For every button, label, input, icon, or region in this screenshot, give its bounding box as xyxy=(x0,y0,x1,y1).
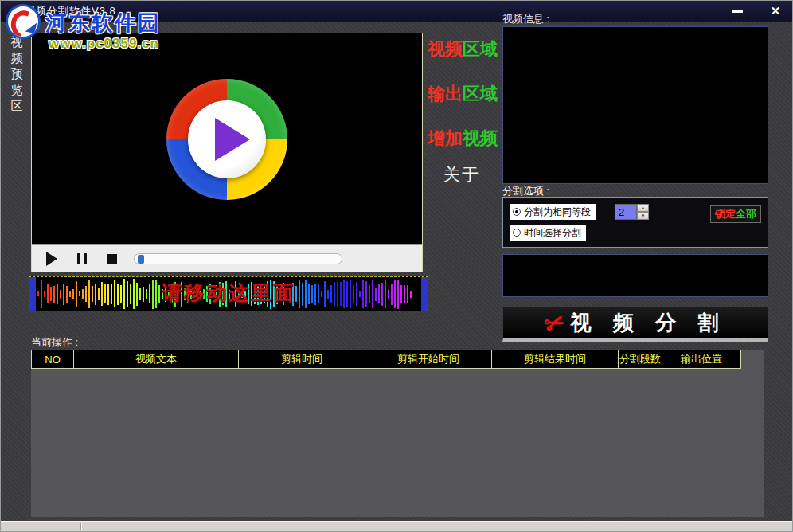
col-header-segments[interactable]: 分割段数 xyxy=(618,350,662,369)
spinner-up-button[interactable]: ▲ xyxy=(637,204,649,212)
split-options-panel: 分割为相同等段 2 ▲ ▼ 锁定全部 时间选择分割 xyxy=(502,197,768,248)
video-preview-vertical-label: 视 频 预 览 区 xyxy=(10,34,24,114)
close-button[interactable]: ✕ xyxy=(765,2,786,20)
table-header-row: NO 视频文本 剪辑时间 剪辑开始时间 剪辑结果时间 分割段数 输出位置 xyxy=(31,350,764,369)
close-icon: ✕ xyxy=(771,4,781,18)
pause-button[interactable] xyxy=(73,250,91,268)
col-header-output-path[interactable]: 输出位置 xyxy=(662,350,741,369)
lock-all-label-part: 锁定 xyxy=(715,208,736,220)
lock-all-button[interactable]: 锁定全部 xyxy=(710,205,761,223)
menu-label-part: 输出 xyxy=(428,84,463,104)
menu-label-part: 视频 xyxy=(428,39,463,59)
stop-icon xyxy=(107,254,117,264)
seek-slider[interactable] xyxy=(134,253,342,264)
spectrum-panel[interactable]: 请移动这里面 xyxy=(29,276,428,311)
status-bar-separator xyxy=(80,523,82,530)
table-body xyxy=(31,369,764,517)
minimize-icon xyxy=(732,10,743,13)
play-button[interactable] xyxy=(43,250,61,268)
vlabel-char: 览 xyxy=(10,82,24,98)
lock-all-label-part: 全部 xyxy=(736,208,756,220)
radio-equal-label: 分割为相同等段 xyxy=(524,205,591,219)
col-header-clip-time[interactable]: 剪辑时间 xyxy=(238,350,365,369)
col-header-clip-start[interactable]: 剪辑开始时间 xyxy=(365,350,492,369)
status-bar xyxy=(1,521,792,531)
col-header-no[interactable]: NO xyxy=(31,350,74,369)
radio-time-label: 时间选择分割 xyxy=(524,226,581,240)
video-split-button-label: 视 频 分 割 xyxy=(571,309,727,337)
video-info-label: 视频信息 : xyxy=(502,12,549,26)
pause-icon xyxy=(77,253,87,264)
current-operation-label: 当前操作 : xyxy=(31,335,78,350)
seek-thumb[interactable] xyxy=(138,255,144,264)
big-play-button[interactable] xyxy=(166,79,287,200)
app-window: 视频分割软件V3.8 ✕ 河东软件园 www.pc0359.cn 视 频 预 览… xyxy=(0,0,793,532)
menu-output-area-button[interactable]: 输出区域 xyxy=(428,82,498,106)
menu-label-part: 增加 xyxy=(428,128,463,148)
vlabel-char: 频 xyxy=(10,50,24,66)
video-split-button[interactable]: ✂ 视 频 分 割 xyxy=(502,307,768,342)
menu-label-part: 区域 xyxy=(463,39,498,59)
play-icon xyxy=(46,252,57,266)
watermark-site-name: 河东软件园 xyxy=(45,9,161,37)
video-surface[interactable] xyxy=(32,33,422,244)
radio-split-equal[interactable]: 分割为相同等段 xyxy=(510,204,596,220)
menu-label-part: 视频 xyxy=(463,128,498,148)
stop-button[interactable] xyxy=(104,250,121,268)
play-icon xyxy=(215,118,250,161)
vlabel-char: 区 xyxy=(10,98,24,114)
menu-add-video-button[interactable]: 增加视频 xyxy=(428,127,498,151)
segment-count-spinner: 2 ▲ ▼ xyxy=(615,204,649,220)
menu-label-part: 区域 xyxy=(463,84,498,104)
scissors-icon: ✂ xyxy=(540,307,568,339)
video-player-frame xyxy=(31,33,423,272)
player-control-bar xyxy=(32,244,422,272)
segment-count-input[interactable]: 2 xyxy=(615,204,637,220)
video-info-box[interactable] xyxy=(502,26,768,184)
spectrum-overlay-text: 请移动这里面 xyxy=(29,280,428,306)
minimize-button[interactable] xyxy=(727,4,748,18)
radio-checked-icon xyxy=(513,208,521,216)
output-message-box[interactable] xyxy=(502,254,768,297)
col-header-video-text[interactable]: 视频文本 xyxy=(73,350,239,369)
radio-unchecked-icon xyxy=(513,229,521,237)
menu-video-area-button[interactable]: 视频区域 xyxy=(428,37,498,61)
vlabel-char: 预 xyxy=(10,66,24,82)
operations-table: NO 视频文本 剪辑时间 剪辑开始时间 剪辑结果时间 分割段数 输出位置 xyxy=(31,350,764,517)
site-logo-icon xyxy=(6,4,41,39)
radio-split-by-time[interactable]: 时间选择分割 xyxy=(510,225,586,241)
watermark-site-url: www.pc0359.cn xyxy=(49,36,159,52)
col-header-clip-result[interactable]: 剪辑结果时间 xyxy=(491,350,619,369)
play-button-inner xyxy=(188,100,266,178)
spinner-down-button[interactable]: ▼ xyxy=(637,212,649,220)
menu-about-button[interactable]: 关于 xyxy=(443,163,480,186)
